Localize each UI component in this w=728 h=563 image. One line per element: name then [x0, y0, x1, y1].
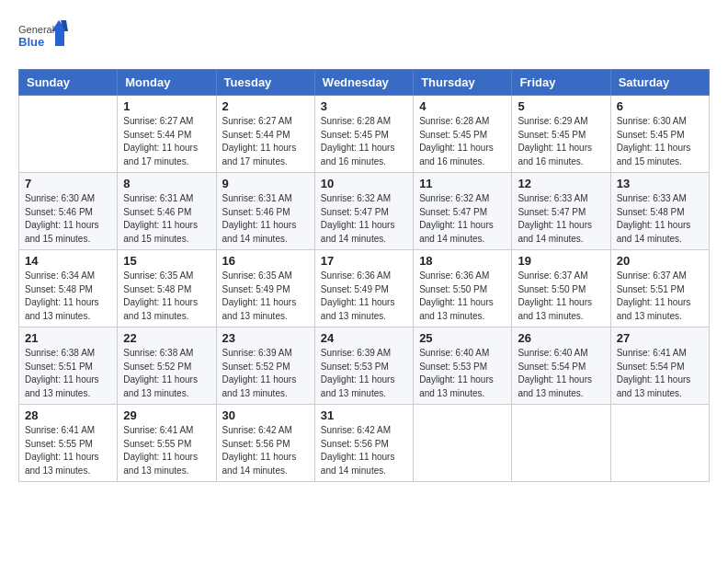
day-info: Sunrise: 6:33 AM Sunset: 5:48 PM Dayligh… [617, 192, 703, 246]
day-header-tuesday: Tuesday [216, 70, 314, 96]
day-info: Sunrise: 6:27 AM Sunset: 5:44 PM Dayligh… [123, 115, 210, 168]
day-number: 4 [419, 99, 506, 113]
day-header-thursday: Thursday [414, 70, 512, 96]
day-number: 2 [222, 99, 309, 113]
day-number: 23 [222, 331, 309, 345]
calendar-cell: 13Sunrise: 6:33 AM Sunset: 5:48 PM Dayli… [610, 173, 709, 250]
day-info: Sunrise: 6:37 AM Sunset: 5:50 PM Dayligh… [518, 270, 604, 323]
calendar-cell: 16Sunrise: 6:35 AM Sunset: 5:49 PM Dayli… [216, 250, 314, 327]
day-info: Sunrise: 6:34 AM Sunset: 5:48 PM Dayligh… [25, 270, 111, 323]
day-number: 31 [321, 408, 407, 422]
day-info: Sunrise: 6:28 AM Sunset: 5:45 PM Dayligh… [321, 115, 407, 168]
calendar-cell [414, 405, 512, 482]
calendar-cell: 28Sunrise: 6:41 AM Sunset: 5:55 PM Dayli… [19, 405, 118, 482]
day-info: Sunrise: 6:28 AM Sunset: 5:45 PM Dayligh… [419, 115, 506, 168]
day-info: Sunrise: 6:41 AM Sunset: 5:54 PM Dayligh… [617, 347, 703, 400]
calendar-cell [19, 96, 118, 173]
day-number: 9 [222, 177, 309, 190]
calendar-cell: 8Sunrise: 6:31 AM Sunset: 5:46 PM Daylig… [118, 173, 216, 250]
calendar-cell: 14Sunrise: 6:34 AM Sunset: 5:48 PM Dayli… [19, 250, 118, 327]
day-number: 18 [419, 254, 506, 268]
day-number: 11 [419, 177, 506, 190]
calendar-cell: 7Sunrise: 6:30 AM Sunset: 5:46 PM Daylig… [19, 173, 118, 250]
day-number: 29 [123, 408, 210, 422]
calendar-cell: 21Sunrise: 6:38 AM Sunset: 5:51 PM Dayli… [19, 327, 118, 405]
day-info: Sunrise: 6:27 AM Sunset: 5:44 PM Dayligh… [222, 115, 309, 168]
day-number: 30 [222, 408, 309, 422]
day-header-saturday: Saturday [610, 70, 709, 96]
calendar-cell [610, 405, 709, 482]
calendar-cell: 31Sunrise: 6:42 AM Sunset: 5:56 PM Dayli… [314, 405, 413, 482]
calendar-cell: 15Sunrise: 6:35 AM Sunset: 5:48 PM Dayli… [118, 250, 216, 327]
day-info: Sunrise: 6:38 AM Sunset: 5:51 PM Dayligh… [25, 347, 111, 400]
calendar-cell: 23Sunrise: 6:39 AM Sunset: 5:52 PM Dayli… [216, 327, 314, 405]
calendar-cell: 17Sunrise: 6:36 AM Sunset: 5:49 PM Dayli… [314, 250, 413, 327]
day-info: Sunrise: 6:39 AM Sunset: 5:52 PM Dayligh… [222, 347, 309, 400]
svg-text:General: General [18, 24, 54, 35]
day-header-friday: Friday [512, 70, 610, 96]
day-info: Sunrise: 6:40 AM Sunset: 5:54 PM Dayligh… [518, 347, 604, 400]
calendar-cell: 9Sunrise: 6:31 AM Sunset: 5:46 PM Daylig… [216, 173, 314, 250]
day-info: Sunrise: 6:42 AM Sunset: 5:56 PM Dayligh… [321, 424, 407, 477]
calendar-cell: 25Sunrise: 6:40 AM Sunset: 5:53 PM Dayli… [414, 327, 512, 405]
logo-svg: General Blue [18, 18, 69, 60]
calendar-cell: 29Sunrise: 6:41 AM Sunset: 5:55 PM Dayli… [118, 405, 216, 482]
calendar-cell: 19Sunrise: 6:37 AM Sunset: 5:50 PM Dayli… [512, 250, 610, 327]
day-info: Sunrise: 6:36 AM Sunset: 5:49 PM Dayligh… [321, 270, 407, 323]
day-info: Sunrise: 6:40 AM Sunset: 5:53 PM Dayligh… [419, 347, 506, 400]
day-info: Sunrise: 6:32 AM Sunset: 5:47 PM Dayligh… [321, 192, 407, 246]
day-info: Sunrise: 6:37 AM Sunset: 5:51 PM Dayligh… [617, 270, 703, 323]
day-info: Sunrise: 6:41 AM Sunset: 5:55 PM Dayligh… [25, 424, 111, 477]
calendar-week-row: 28Sunrise: 6:41 AM Sunset: 5:55 PM Dayli… [19, 405, 710, 482]
day-info: Sunrise: 6:33 AM Sunset: 5:47 PM Dayligh… [518, 192, 604, 246]
day-number: 8 [123, 177, 210, 190]
day-number: 1 [123, 99, 210, 113]
calendar-week-row: 21Sunrise: 6:38 AM Sunset: 5:51 PM Dayli… [19, 327, 710, 405]
calendar-cell: 12Sunrise: 6:33 AM Sunset: 5:47 PM Dayli… [512, 173, 610, 250]
calendar-table: SundayMondayTuesdayWednesdayThursdayFrid… [18, 69, 710, 482]
day-header-wednesday: Wednesday [314, 70, 413, 96]
day-info: Sunrise: 6:41 AM Sunset: 5:55 PM Dayligh… [123, 424, 210, 477]
calendar-cell: 10Sunrise: 6:32 AM Sunset: 5:47 PM Dayli… [314, 173, 413, 250]
day-info: Sunrise: 6:29 AM Sunset: 5:45 PM Dayligh… [518, 115, 604, 168]
day-info: Sunrise: 6:39 AM Sunset: 5:53 PM Dayligh… [321, 347, 407, 400]
day-header-monday: Monday [118, 70, 216, 96]
calendar-week-row: 1Sunrise: 6:27 AM Sunset: 5:44 PM Daylig… [19, 96, 710, 173]
day-number: 22 [123, 331, 210, 345]
calendar-cell: 11Sunrise: 6:32 AM Sunset: 5:47 PM Dayli… [414, 173, 512, 250]
calendar-header-row: SundayMondayTuesdayWednesdayThursdayFrid… [19, 70, 710, 96]
day-info: Sunrise: 6:31 AM Sunset: 5:46 PM Dayligh… [123, 192, 210, 246]
svg-text:Blue: Blue [18, 35, 44, 49]
day-info: Sunrise: 6:36 AM Sunset: 5:50 PM Dayligh… [419, 270, 506, 323]
calendar-cell: 27Sunrise: 6:41 AM Sunset: 5:54 PM Dayli… [610, 327, 709, 405]
logo: General Blue [18, 18, 69, 60]
day-number: 19 [518, 254, 604, 268]
calendar-week-row: 7Sunrise: 6:30 AM Sunset: 5:46 PM Daylig… [19, 173, 710, 250]
day-header-sunday: Sunday [19, 70, 118, 96]
day-number: 26 [518, 331, 604, 345]
page-header: General Blue [18, 18, 710, 60]
day-number: 13 [617, 177, 703, 190]
day-info: Sunrise: 6:32 AM Sunset: 5:47 PM Dayligh… [419, 192, 506, 246]
day-info: Sunrise: 6:31 AM Sunset: 5:46 PM Dayligh… [222, 192, 309, 246]
day-number: 24 [321, 331, 407, 345]
day-info: Sunrise: 6:35 AM Sunset: 5:48 PM Dayligh… [123, 270, 210, 323]
calendar-cell: 26Sunrise: 6:40 AM Sunset: 5:54 PM Dayli… [512, 327, 610, 405]
calendar-cell [512, 405, 610, 482]
day-number: 3 [321, 99, 407, 113]
day-number: 7 [25, 177, 111, 190]
day-number: 21 [25, 331, 111, 345]
day-info: Sunrise: 6:30 AM Sunset: 5:45 PM Dayligh… [617, 115, 703, 168]
day-number: 16 [222, 254, 309, 268]
calendar-cell: 2Sunrise: 6:27 AM Sunset: 5:44 PM Daylig… [216, 96, 314, 173]
day-number: 27 [617, 331, 703, 345]
calendar-cell: 22Sunrise: 6:38 AM Sunset: 5:52 PM Dayli… [118, 327, 216, 405]
day-info: Sunrise: 6:38 AM Sunset: 5:52 PM Dayligh… [123, 347, 210, 400]
day-info: Sunrise: 6:35 AM Sunset: 5:49 PM Dayligh… [222, 270, 309, 323]
day-number: 10 [321, 177, 407, 190]
calendar-week-row: 14Sunrise: 6:34 AM Sunset: 5:48 PM Dayli… [19, 250, 710, 327]
day-number: 6 [617, 99, 703, 113]
calendar-cell: 5Sunrise: 6:29 AM Sunset: 5:45 PM Daylig… [512, 96, 610, 173]
calendar-cell: 1Sunrise: 6:27 AM Sunset: 5:44 PM Daylig… [118, 96, 216, 173]
calendar-cell: 20Sunrise: 6:37 AM Sunset: 5:51 PM Dayli… [610, 250, 709, 327]
